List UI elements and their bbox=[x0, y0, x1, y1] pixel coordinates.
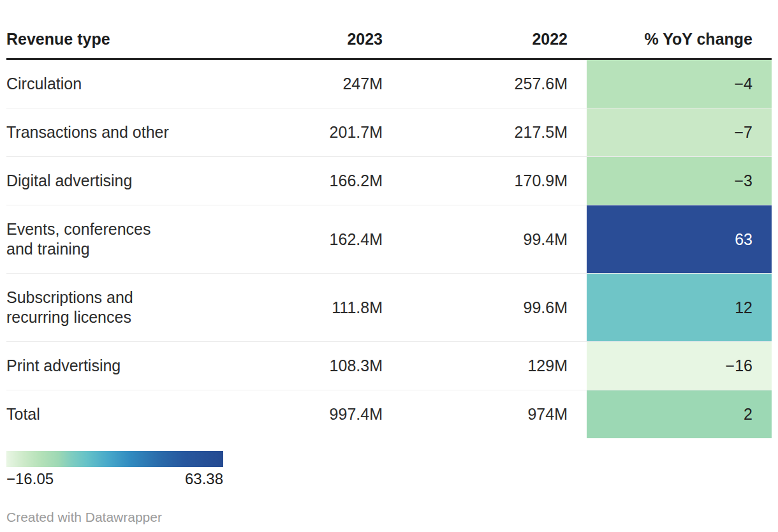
heatmap-table-chart: Revenue type 2023 2022 % YoY change Circ… bbox=[0, 0, 778, 532]
value-2022-cell: 170.9M bbox=[402, 157, 587, 205]
header-row: Revenue type 2023 2022 % YoY change bbox=[6, 0, 772, 59]
value-2023-cell: 997.4M bbox=[210, 390, 402, 439]
value-2023-cell: 201.7M bbox=[210, 108, 402, 157]
yoy-change-heatmap-cell: −7 bbox=[587, 108, 772, 157]
column-header-2023: 2023 bbox=[210, 0, 402, 59]
value-2023-cell: 111.8M bbox=[210, 274, 402, 342]
table-row: Print advertising 108.3M 129M −16 bbox=[6, 342, 772, 390]
value-2023-cell: 108.3M bbox=[210, 342, 402, 390]
revenue-type-cell: Print advertising bbox=[6, 342, 210, 390]
yoy-change-heatmap-cell: 2 bbox=[587, 390, 772, 439]
revenue-type-cell: Circulation bbox=[6, 59, 210, 108]
revenue-table: Revenue type 2023 2022 % YoY change Circ… bbox=[6, 0, 772, 438]
value-2022-cell: 257.6M bbox=[402, 59, 587, 108]
yoy-change-heatmap-cell: −16 bbox=[587, 342, 772, 390]
yoy-change-heatmap-cell: 63 bbox=[587, 205, 772, 274]
yoy-change-heatmap-cell: −4 bbox=[587, 59, 772, 108]
revenue-type-cell: Digital advertising bbox=[6, 157, 210, 205]
value-2022-cell: 974M bbox=[402, 390, 587, 439]
value-2023-cell: 166.2M bbox=[210, 157, 402, 205]
table-row: Subscriptions and recurring licences 111… bbox=[6, 274, 772, 342]
column-header-yoy-change: % YoY change bbox=[587, 0, 772, 59]
value-2023-cell: 247M bbox=[210, 59, 402, 108]
table-header: Revenue type 2023 2022 % YoY change bbox=[6, 0, 772, 59]
value-2022-cell: 99.4M bbox=[402, 205, 587, 274]
value-2022-cell: 99.6M bbox=[402, 274, 587, 342]
value-2022-cell: 129M bbox=[402, 342, 587, 390]
table-row: Events, conferences and training 162.4M … bbox=[6, 205, 772, 274]
revenue-type-cell: Transactions and other bbox=[6, 108, 210, 157]
table-body: Circulation 247M 257.6M −4 Transactions … bbox=[6, 59, 772, 439]
yoy-change-heatmap-cell: 12 bbox=[587, 274, 772, 342]
value-2023-cell: 162.4M bbox=[210, 205, 402, 274]
value-2022-cell: 217.5M bbox=[402, 108, 587, 157]
legend-gradient-bar bbox=[6, 451, 223, 467]
datawrapper-credit: Created with Datawrapper bbox=[6, 510, 162, 525]
column-header-2022: 2022 bbox=[402, 0, 587, 59]
legend-labels: −16.05 63.38 bbox=[6, 470, 223, 488]
table-row: Circulation 247M 257.6M −4 bbox=[6, 59, 772, 108]
table-row: Total 997.4M 974M 2 bbox=[6, 390, 772, 439]
revenue-type-cell: Total bbox=[6, 390, 210, 439]
legend-min-label: −16.05 bbox=[6, 470, 54, 488]
revenue-type-cell: Subscriptions and recurring licences bbox=[6, 274, 210, 342]
table-row: Transactions and other 201.7M 217.5M −7 bbox=[6, 108, 772, 157]
legend-max-label: 63.38 bbox=[185, 470, 223, 488]
column-header-revenue-type: Revenue type bbox=[6, 0, 210, 59]
table-row: Digital advertising 166.2M 170.9M −3 bbox=[6, 157, 772, 205]
yoy-change-heatmap-cell: −3 bbox=[587, 157, 772, 205]
color-scale-legend: −16.05 63.38 bbox=[6, 451, 223, 488]
revenue-type-cell: Events, conferences and training bbox=[6, 205, 210, 274]
